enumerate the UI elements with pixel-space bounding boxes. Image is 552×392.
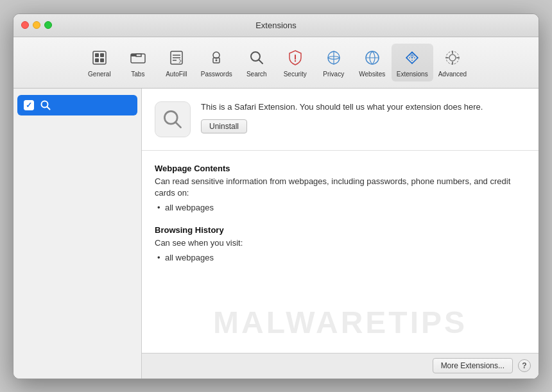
extension-details: This is a Safari Extension. You should t…	[201, 101, 526, 133]
window-title: Extensions	[255, 21, 297, 30]
content-area: ✓ MALWARETIPS	[13, 89, 539, 379]
browsing-history-title: Browsing History	[155, 225, 526, 235]
list-item: all webpages	[165, 203, 526, 212]
sidebar-ext-icon	[39, 99, 52, 112]
permission-group-webpage: Webpage Contents Can read sensitive info…	[155, 164, 526, 212]
extension-checkbox[interactable]: ✓	[24, 100, 34, 110]
uninstall-button[interactable]: Uninstall	[201, 119, 247, 133]
toolbar-item-privacy[interactable]: Privacy	[315, 44, 353, 81]
svg-point-19	[449, 55, 456, 61]
browsing-history-list: all webpages	[155, 253, 526, 262]
toolbar-item-general[interactable]: General	[80, 44, 119, 81]
passwords-label: Passwords	[201, 71, 232, 78]
toolbar-item-tabs[interactable]: Tabs	[119, 44, 157, 81]
permissions-section: Webpage Contents Can read sensitive info…	[142, 151, 539, 353]
svg-rect-4	[100, 58, 104, 62]
more-extensions-button[interactable]: More Extensions...	[433, 358, 513, 373]
extensions-icon	[402, 47, 422, 68]
extension-info-section: This is a Safari Extension. You should t…	[142, 89, 539, 151]
extension-description: This is a Safari Extension. You should t…	[201, 101, 526, 113]
tabs-icon	[128, 47, 148, 68]
titlebar: Extensions	[13, 14, 539, 37]
browsing-history-desc: Can see when you visit:	[155, 237, 526, 249]
toolbar-item-security[interactable]: Security	[276, 44, 315, 81]
webpage-contents-list: all webpages	[155, 203, 526, 212]
search-icon	[246, 47, 267, 68]
svg-line-26	[47, 107, 50, 109]
traffic-lights	[21, 21, 52, 29]
search-label: Search	[246, 71, 267, 78]
extension-detail-panel: MALWARETIPS This is a Safari Extension. …	[142, 89, 539, 379]
minimize-button[interactable]	[33, 21, 40, 29]
svg-point-12	[216, 59, 218, 61]
general-label: General	[88, 71, 111, 78]
toolbar-item-extensions[interactable]: Extensions	[392, 44, 433, 81]
svg-line-14	[259, 60, 263, 64]
tabs-label: Tabs	[131, 71, 144, 78]
toolbar-item-websites[interactable]: Websites	[353, 44, 392, 81]
webpage-contents-title: Webpage Contents	[155, 164, 526, 173]
svg-rect-2	[100, 53, 104, 57]
svg-line-28	[176, 122, 181, 127]
svg-point-16	[295, 60, 296, 61]
security-label: Security	[284, 71, 307, 78]
privacy-label: Privacy	[323, 71, 344, 78]
toolbar-item-advanced[interactable]: Advanced	[433, 44, 472, 81]
toolbar: General Tabs	[13, 37, 539, 89]
toolbar-item-autofill[interactable]: AutoFill	[157, 44, 196, 81]
websites-icon	[362, 47, 383, 68]
privacy-icon	[323, 47, 344, 68]
maximize-button[interactable]	[44, 21, 52, 29]
extension-large-icon	[155, 101, 191, 137]
close-button[interactable]	[21, 21, 29, 29]
passwords-icon	[206, 47, 227, 68]
footer: More Extensions... ?	[142, 353, 539, 379]
permission-group-history: Browsing History Can see when you visit:…	[155, 225, 526, 262]
security-icon	[285, 47, 306, 68]
extensions-label: Extensions	[397, 71, 428, 78]
advanced-label: Advanced	[438, 71, 467, 78]
advanced-icon	[442, 47, 463, 68]
extensions-sidebar: ✓	[13, 89, 142, 379]
toolbar-item-search[interactable]: Search	[237, 44, 276, 81]
general-icon	[89, 47, 110, 68]
svg-rect-1	[95, 53, 99, 57]
svg-rect-3	[95, 58, 99, 62]
websites-label: Websites	[359, 71, 385, 78]
checkmark-icon: ✓	[26, 101, 32, 110]
autofill-label: AutoFill	[166, 71, 187, 78]
list-item: all webpages	[165, 253, 526, 262]
toolbar-item-passwords[interactable]: Passwords	[196, 44, 237, 81]
help-button[interactable]: ?	[518, 359, 531, 372]
autofill-icon	[166, 47, 187, 68]
svg-rect-0	[93, 51, 106, 64]
webpage-contents-desc: Can read sensitive information from webp…	[155, 176, 526, 199]
safari-preferences-window: Extensions General	[13, 13, 539, 379]
sidebar-item-search-ext[interactable]: ✓	[17, 95, 137, 115]
